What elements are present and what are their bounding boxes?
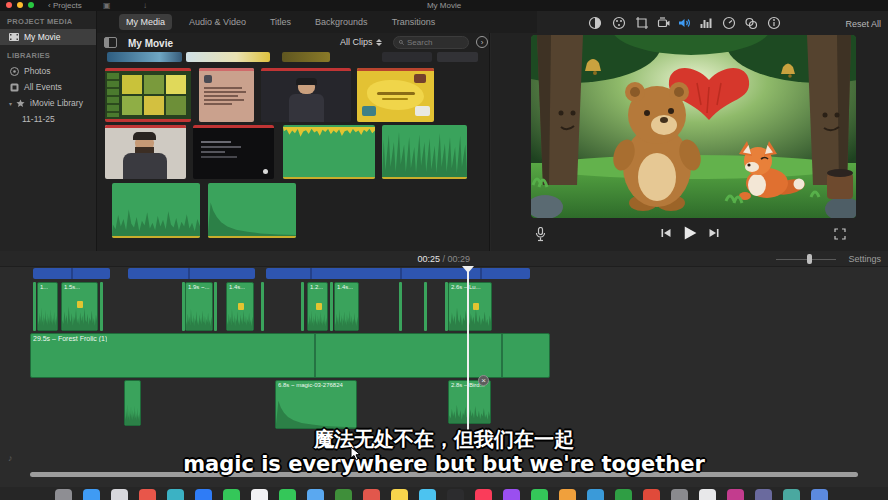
- thin-clip[interactable]: [399, 282, 402, 331]
- fullscreen-icon[interactable]: [834, 228, 846, 240]
- clip-thumbnail[interactable]: [282, 52, 330, 62]
- sidebar-item-event-date[interactable]: 11-11-25: [0, 111, 96, 127]
- dock-icon[interactable]: [55, 489, 72, 500]
- dock-icon[interactable]: [391, 489, 408, 500]
- remove-clip-icon[interactable]: ×: [478, 375, 489, 386]
- search-field[interactable]: [393, 36, 469, 49]
- clip-thumbnail-audio[interactable]: [112, 183, 200, 238]
- music-track-clip[interactable]: 29.5s – Forest Frolic (1): [30, 333, 550, 378]
- clip-thumbnail-promo[interactable]: [357, 68, 434, 122]
- clip-thumbnail-webcam[interactable]: [105, 125, 186, 179]
- dock-icon[interactable]: [811, 489, 828, 500]
- playhead-marker[interactable]: [462, 266, 474, 273]
- color-balance-icon[interactable]: [588, 16, 602, 30]
- crop-icon[interactable]: [635, 16, 649, 30]
- clip-information-icon[interactable]: [767, 16, 781, 30]
- dock-icon[interactable]: [503, 489, 520, 500]
- clip-thumbnail-audio[interactable]: [283, 125, 375, 179]
- thin-clip[interactable]: [330, 282, 333, 331]
- timeline-zoom-thumb[interactable]: [807, 254, 812, 264]
- dock-icon[interactable]: [671, 489, 688, 500]
- dock-icon[interactable]: [83, 489, 100, 500]
- dock-icon[interactable]: [727, 489, 744, 500]
- search-input[interactable]: [407, 38, 463, 47]
- dock-icon[interactable]: [419, 489, 436, 500]
- sidebar-item-imovie-library[interactable]: ▾ iMovie Library: [0, 95, 96, 111]
- clip-thumbnail-screen[interactable]: [193, 125, 274, 179]
- audio-clip[interactable]: 6.8s ~ magic-03-276824: [275, 380, 357, 429]
- dock-icon[interactable]: [587, 489, 604, 500]
- title-bar-clip[interactable]: [33, 268, 110, 279]
- sidebar-toggle-icon[interactable]: [104, 37, 117, 48]
- dock-icon[interactable]: [643, 489, 660, 500]
- playhead-line[interactable]: [467, 266, 469, 434]
- video-preview[interactable]: [531, 35, 856, 218]
- dock-icon[interactable]: [699, 489, 716, 500]
- thin-clip[interactable]: [214, 282, 217, 331]
- dock-icon[interactable]: [307, 489, 324, 500]
- thin-clip[interactable]: [33, 282, 36, 331]
- clip-thumbnail[interactable]: [437, 52, 478, 62]
- dock-icon[interactable]: [531, 489, 548, 500]
- clip-thumbnail-audio[interactable]: [382, 125, 467, 179]
- tab-transitions[interactable]: Transitions: [385, 14, 443, 30]
- dock-icon[interactable]: [251, 489, 268, 500]
- audio-clip[interactable]: 1...: [37, 282, 58, 331]
- dock-icon[interactable]: [363, 489, 380, 500]
- clip-thumbnail[interactable]: [382, 52, 432, 62]
- title-bar-clip[interactable]: [266, 268, 530, 279]
- timeline-settings-button[interactable]: Settings: [848, 254, 881, 264]
- play-button-icon[interactable]: [683, 226, 697, 240]
- audio-clip[interactable]: 1.4s...: [334, 282, 359, 331]
- reset-all-button[interactable]: Reset All: [845, 19, 881, 29]
- circled-arrow-icon[interactable]: ›: [476, 36, 488, 48]
- tab-backgrounds[interactable]: Backgrounds: [308, 14, 375, 30]
- sidebar-item-photos[interactable]: Photos: [0, 63, 96, 79]
- audio-clip[interactable]: 2.8s – Bird...: [448, 380, 491, 424]
- dock-icon[interactable]: [139, 489, 156, 500]
- clip-filter-dropdown[interactable]: All Clips: [340, 37, 382, 47]
- chevron-down-icon[interactable]: ▾: [9, 100, 12, 107]
- dock-icon[interactable]: [755, 489, 772, 500]
- clip-thumbnail[interactable]: [107, 52, 182, 62]
- dock-icon[interactable]: [475, 489, 492, 500]
- tab-titles[interactable]: Titles: [263, 14, 298, 30]
- dock-icon[interactable]: [279, 489, 296, 500]
- audio-clip[interactable]: 1.5s...: [61, 282, 98, 331]
- previous-frame-icon[interactable]: [661, 228, 671, 238]
- dock-icon[interactable]: [167, 489, 184, 500]
- tab-audio-video[interactable]: Audio & Video: [182, 14, 253, 30]
- tab-my-media[interactable]: My Media: [119, 14, 172, 30]
- audio-clip[interactable]: 2.6s – Lu...: [448, 282, 492, 331]
- clip-thumbnail-document[interactable]: [199, 68, 254, 122]
- thin-clip[interactable]: [100, 282, 103, 331]
- thin-clip[interactable]: [301, 282, 304, 331]
- audio-clip[interactable]: 1.4s...: [226, 282, 254, 331]
- sidebar-item-my-movie[interactable]: My Movie: [0, 29, 96, 45]
- timeline-zoom-slider[interactable]: [776, 259, 836, 260]
- dock-icon[interactable]: [111, 489, 128, 500]
- clip-thumbnail-audio[interactable]: [208, 183, 296, 238]
- clip-thumbnail[interactable]: [186, 52, 270, 62]
- stabilization-camera-icon[interactable]: [657, 16, 671, 30]
- thin-clip[interactable]: [424, 282, 427, 331]
- title-bar-clip[interactable]: [128, 268, 255, 279]
- audio-clip[interactable]: 1.9s ~...: [185, 282, 213, 331]
- clip-filter-effects-icon[interactable]: [744, 16, 758, 30]
- thin-clip[interactable]: [261, 282, 264, 331]
- audio-clip[interactable]: 1.2...: [307, 282, 328, 331]
- audio-clip[interactable]: [124, 380, 141, 426]
- next-frame-icon[interactable]: [709, 228, 719, 238]
- dock-icon[interactable]: [335, 489, 352, 500]
- dock-icon[interactable]: [223, 489, 240, 500]
- clip-thumbnail-photo-grid[interactable]: [105, 68, 191, 122]
- dock-icon[interactable]: [447, 489, 464, 500]
- dock-icon[interactable]: [615, 489, 632, 500]
- clip-thumbnail-person[interactable]: [261, 68, 351, 122]
- volume-icon[interactable]: [677, 16, 691, 30]
- dock-icon[interactable]: [559, 489, 576, 500]
- dock-icon[interactable]: [195, 489, 212, 500]
- sidebar-item-all-events[interactable]: All Events: [0, 79, 96, 95]
- noise-reduction-eq-icon[interactable]: [699, 16, 713, 30]
- color-correction-palette-icon[interactable]: [612, 16, 626, 30]
